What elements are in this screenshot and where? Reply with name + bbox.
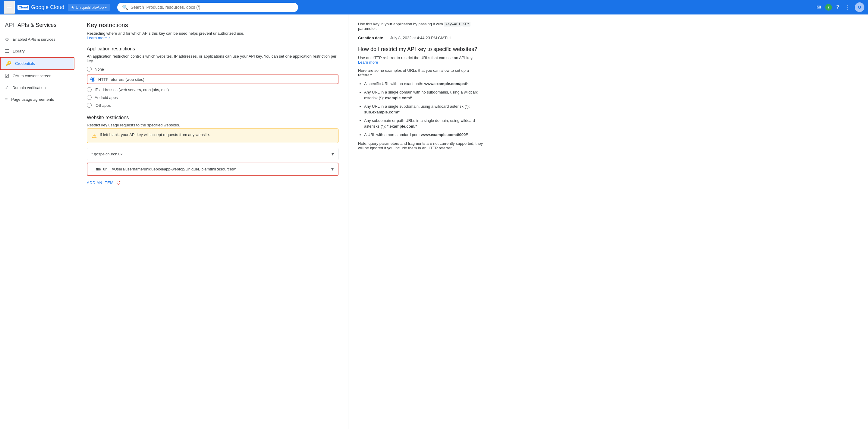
help-note: Note: query parameters and fragments are…: [358, 141, 484, 150]
radio-ios-label: iOS apps: [95, 103, 111, 108]
avatar[interactable]: U: [855, 2, 864, 12]
radio-android-label: Android apps: [95, 95, 118, 100]
more-icon: ⋮: [845, 4, 850, 10]
website-item-2[interactable]: __file_url__//Users/username/uniquebible…: [87, 163, 338, 176]
email-icon: ✉: [816, 4, 821, 10]
sidebar-item-label: Library: [13, 49, 25, 53]
external-link-icon: ↗: [108, 36, 111, 40]
key-restrictions-desc: Restricting where and for which APIs thi…: [87, 31, 338, 40]
website-restrictions: Website restrictions Restrict key usage …: [87, 115, 338, 187]
help-example-5-text: A URL with a non-standard port:: [364, 133, 420, 137]
oauth-icon: ☑: [5, 73, 9, 79]
radio-android-input[interactable]: [87, 95, 92, 100]
help-title: How do I restrict my API key to specific…: [358, 46, 484, 53]
sidebar-item-domain-verification[interactable]: ✓ Domain verification: [0, 82, 74, 93]
badge-count: 2: [825, 4, 832, 10]
enabled-apis-icon: ⚙: [5, 36, 9, 42]
radio-ios-input[interactable]: [87, 103, 92, 108]
chevron-down-icon-1: ▾: [332, 151, 334, 157]
help-intro: Use an HTTP referrer to restrict the URL…: [358, 56, 484, 64]
app-restrictions-desc: An application restriction controls whic…: [87, 54, 338, 63]
help-button[interactable]: ?: [834, 2, 841, 12]
domain-icon: ✓: [5, 85, 9, 90]
page-usage-icon: ≡: [5, 96, 7, 102]
radio-ios[interactable]: iOS apps: [87, 103, 338, 108]
sidebar-item-label: OAuth consent screen: [13, 74, 52, 78]
help-example-4-text: Any subdomain or path URLs in a single d…: [364, 118, 475, 129]
content-right: Use this key in your application by pass…: [348, 15, 493, 429]
sidebar-header: API APIs & Services: [0, 18, 77, 33]
help-example-3-code: sub.example.com/*: [364, 110, 400, 114]
search-bar: 🔍: [117, 3, 298, 12]
more-options-button[interactable]: ⋮: [843, 2, 852, 12]
radio-ip-input[interactable]: [87, 87, 92, 92]
sidebar-item-library[interactable]: ☰ Library: [0, 45, 74, 57]
help-example-3-text: Any URL in a single subdomain, using a w…: [364, 104, 470, 109]
key-restrictions-title: Key restrictions: [87, 22, 338, 29]
sidebar-item-oauth-consent[interactable]: ☑ OAuth consent screen: [0, 70, 74, 82]
creation-date-row: Creation date July 8, 2022 at 4:44:23 PM…: [358, 36, 484, 40]
radio-none-label: None: [95, 67, 104, 72]
key-param: key=API_KEY: [444, 22, 470, 27]
add-item-button[interactable]: ADD AN ITEM: [87, 178, 114, 187]
website-restrictions-desc: Restrict key usage requests to the speci…: [87, 123, 338, 127]
help-example-2-code: example.com/*: [385, 96, 412, 100]
usage-text: Use this key in your application by pass…: [358, 22, 484, 31]
help-examples-list: A specific URL with an exact path: www.e…: [358, 81, 484, 138]
radio-http-input[interactable]: [90, 77, 95, 82]
topbar-actions: ✉ 2 ? ⋮ U: [815, 2, 864, 12]
project-name: UniqueBibleApp: [76, 5, 104, 10]
sidebar-item-label: Domain verification: [12, 85, 46, 90]
website-item-1[interactable]: *.gospelchurch.uk ▾: [87, 148, 338, 160]
radio-ip-label: IP addresses (web servers, cron jobs, et…: [95, 87, 169, 92]
creation-date-value: July 8, 2022 at 4:44:23 PM GMT+1: [390, 36, 451, 40]
radio-none[interactable]: None: [87, 67, 338, 72]
project-selector[interactable]: ★ UniqueBibleApp ▾: [68, 4, 110, 11]
sidebar-header-title: APIs & Services: [18, 22, 56, 28]
sidebar-item-page-usage[interactable]: ≡ Page usage agreements: [0, 93, 74, 105]
help-example-5-code: www.example.com:8000/*: [421, 133, 468, 137]
website-restrictions-title: Website restrictions: [87, 115, 338, 120]
warning-box: ⚠ If left blank, your API key will accep…: [87, 128, 338, 143]
library-icon: ☰: [5, 48, 9, 54]
credentials-icon: 🔑: [5, 61, 11, 66]
radio-group: None HTTP referrers (web sites) IP addre…: [87, 67, 338, 108]
warning-icon: ⚠: [92, 133, 97, 139]
radio-http-referrers[interactable]: HTTP referrers (web sites): [87, 75, 338, 84]
content-left: Key restrictions Restricting where and f…: [77, 15, 348, 429]
help-example-2: Any URL in a single domain with no subdo…: [364, 89, 484, 101]
sidebar-item-label: Enabled APIs & services: [13, 37, 56, 41]
search-input[interactable]: [130, 5, 293, 10]
add-item-row: ADD AN ITEM ↺: [87, 178, 338, 187]
project-star-icon: ★: [71, 5, 74, 10]
help-example-1: A specific URL with an exact path: www.e…: [364, 81, 484, 87]
project-dropdown-icon: ▾: [105, 5, 107, 10]
help-learn-more-link[interactable]: Learn more: [358, 60, 378, 64]
warning-text: If left blank, your API key will accept …: [100, 133, 210, 137]
help-example-2-text: Any URL in a single domain with no subdo…: [364, 90, 478, 101]
sidebar-item-enabled-apis[interactable]: ⚙ Enabled APIs & services: [0, 33, 74, 45]
radio-ip-addresses[interactable]: IP addresses (web servers, cron jobs, et…: [87, 87, 338, 92]
topbar: ☰ Cloud Google Cloud ★ UniqueBibleApp ▾ …: [0, 0, 868, 15]
notifications-button[interactable]: ✉: [815, 2, 823, 12]
sidebar: API APIs & Services ⚙ Enabled APIs & ser…: [0, 15, 77, 429]
help-examples-intro: Here are some examples of URLs that you …: [358, 68, 484, 77]
website-item-1-text: *.gospelchurch.uk: [91, 152, 332, 156]
sidebar-item-credentials[interactable]: 🔑 Credentials: [0, 57, 74, 70]
help-example-1-text: A specific URL with an exact path:: [364, 82, 423, 86]
chevron-down-icon-2: ▾: [331, 166, 334, 172]
website-item-2-text: __file_url__//Users/username/uniquebible…: [92, 167, 331, 171]
help-example-4: Any subdomain or path URLs in a single d…: [364, 118, 484, 130]
help-example-1-code: www.example.com/path: [424, 82, 469, 86]
creation-date-label: Creation date: [358, 36, 383, 40]
radio-http-label: HTTP referrers (web sites): [98, 77, 144, 82]
logo-icon: Cloud: [18, 5, 29, 10]
learn-more-link[interactable]: Learn more ↗: [87, 36, 111, 40]
google-cloud-logo: Cloud Google Cloud: [18, 4, 64, 10]
arrow-indicator: ↺: [116, 179, 121, 187]
hamburger-button[interactable]: ☰: [4, 1, 15, 14]
radio-none-input[interactable]: [87, 67, 92, 72]
logo-text: Google Cloud: [31, 4, 64, 10]
layout: API APIs & Services ⚙ Enabled APIs & ser…: [0, 15, 868, 429]
radio-android[interactable]: Android apps: [87, 95, 338, 100]
